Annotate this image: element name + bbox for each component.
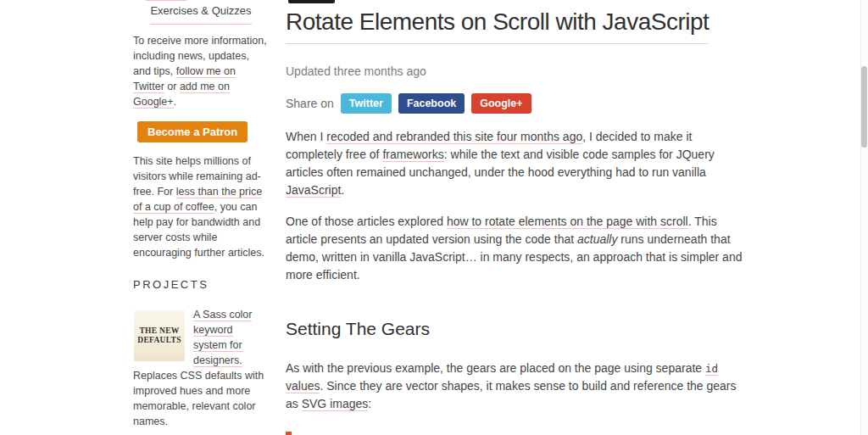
share-label: Share on (286, 95, 334, 113)
recoded-rebranded-link[interactable]: recoded and rebranded this site four mon… (326, 130, 582, 144)
project-link-new-defaults[interactable]: A Sass color keyword system for designer… (193, 309, 252, 367)
sidebar-support-text: This site helps millions of visitors whi… (133, 153, 269, 260)
javascript-link[interactable]: JavaScript (286, 183, 341, 198)
become-a-patron-button[interactable]: Become a Patron (137, 121, 248, 142)
code-block: <div id="gearbox"> <img src="gear.svg" a… (286, 432, 743, 435)
sidebar: Exercises & Quizzes To receive more info… (133, 0, 269, 435)
page-title: Rotate Elements on Scroll with JavaScrip… (286, 8, 709, 44)
scrollbar-track[interactable] (860, 0, 868, 435)
nav-item-partial-underline (146, 0, 186, 1)
project-item-new-defaults: THE NEW DEFAULTS A Sass color keyword sy… (133, 307, 269, 429)
share-bar: Share on Twitter Facebook Google+ (286, 93, 743, 114)
article: Rotate Elements on Scroll with JavaScrip… (286, 0, 743, 435)
projects-heading: PROJECTS (133, 277, 269, 293)
share-googleplus-button[interactable]: Google+ (471, 93, 531, 114)
rotate-elements-link[interactable]: how to rotate elements on the page with … (447, 215, 688, 229)
paragraph-1: When I recoded and rebranded this site f… (286, 128, 743, 199)
paragraph-2: One of those articles explored how to ro… (286, 213, 743, 284)
share-twitter-button[interactable]: Twitter (341, 93, 392, 114)
code-line-1: <div id="gearbox"> (292, 432, 743, 435)
svg-images-link[interactable]: SVG images (302, 397, 369, 411)
updated-timestamp: Updated three months ago (286, 63, 743, 80)
emphasis-actually: actually (577, 232, 617, 246)
share-facebook-button[interactable]: Facebook (398, 93, 465, 114)
paragraph-3: As with the previous example, the gears … (286, 360, 743, 413)
sidebar-item-exercises-quizzes[interactable]: Exercises & Quizzes (150, 3, 251, 25)
section-heading-setting-the-gears: Setting The Gears (286, 318, 743, 340)
scrollbar-thumb[interactable] (861, 66, 867, 148)
frameworks-link[interactable]: frameworks (382, 148, 443, 162)
project-thumbnail-new-defaults[interactable]: THE NEW DEFAULTS (134, 310, 185, 361)
sidebar-intro-text: To receive more information, including n… (133, 33, 269, 109)
category-tag-partial[interactable] (288, 0, 335, 3)
